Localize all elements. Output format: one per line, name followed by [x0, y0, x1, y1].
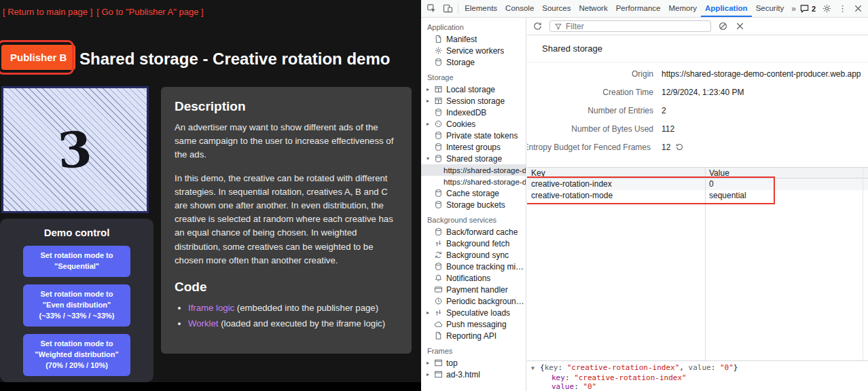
rotation-sequential-button[interactable]: Set rotation mode to "Sequential" — [23, 246, 130, 277]
sidebar-item-shared-storage-origin-1[interactable]: https://shared-storage-d… — [421, 164, 526, 176]
page-title: Shared storage - Creative rotation demo — [79, 50, 390, 69]
preview-summary-line: ▼{key: "creative-rotation-index", value:… — [531, 363, 868, 373]
rotation-even-distribution-button[interactable]: Set rotation mode to "Even distribution"… — [23, 284, 130, 327]
sidebar-item-session-storage[interactable]: ▸Session storage — [421, 95, 526, 107]
expander-icon[interactable]: ▸ — [427, 371, 434, 377]
expander-icon[interactable]: ▸ — [427, 98, 434, 104]
sidebar-item-periodic-background-sync[interactable]: Periodic background s… — [421, 295, 526, 307]
column-header-value[interactable]: Value — [705, 168, 868, 179]
table-row[interactable]: creative-rotation-mode sequential — [527, 190, 868, 202]
sidebar-item-label: Periodic background s… — [446, 297, 526, 306]
code-item-text: (embedded into the publisher page) — [234, 303, 378, 313]
list-item: Worklet (loaded and executed by the ifra… — [188, 317, 398, 331]
expand-toggle-icon[interactable]: ▼ — [531, 364, 540, 373]
rotation-weighted-distribution-button[interactable]: Set rotation mode to "Weighted distribut… — [23, 334, 130, 376]
expander-icon[interactable]: ▾ — [427, 155, 434, 162]
sidebar-item-background-fetch[interactable]: Background fetch — [421, 238, 526, 249]
table-row[interactable]: creative-rotation-index 0 — [527, 179, 868, 190]
sidebar-item-local-storage[interactable]: ▸Local storage — [421, 83, 526, 95]
filter-input[interactable] — [566, 22, 706, 31]
table-icon — [434, 85, 443, 94]
tab-console[interactable]: Console — [501, 0, 538, 17]
sidebar-item-label: Storage buckets — [446, 200, 505, 210]
more-menu-icon[interactable]: ⋮ — [838, 4, 847, 13]
sidebar-item-storage-buckets[interactable]: Storage buckets — [421, 199, 526, 210]
return-main-link[interactable]: [ Return to main page ] — [3, 7, 92, 17]
meta-value: 12/9/2024, 1:23:40 PM — [662, 88, 868, 97]
shared-storage-toolbar — [527, 18, 868, 35]
devtools-panel: Elements Console Sources Network Perform… — [421, 0, 868, 391]
table-icon — [434, 96, 443, 105]
clear-icon[interactable] — [735, 21, 745, 31]
sidebar-item-label: Speculative loads — [446, 308, 510, 318]
sidebar-item-interest-groups[interactable]: Interest groups — [421, 141, 526, 153]
tab-security[interactable]: Security — [752, 0, 789, 17]
sidebar-item-label: Interest groups — [446, 143, 501, 152]
database-icon — [434, 227, 443, 236]
expander-icon[interactable]: ▸ — [427, 310, 434, 316]
sidebar-item-bounce-tracking[interactable]: Bounce tracking mitiga… — [421, 261, 526, 272]
iframe-logic-link[interactable]: Iframe logic — [188, 303, 234, 313]
demo-control-title: Demo control — [0, 219, 153, 238]
settings-gear-icon[interactable] — [822, 3, 832, 14]
sidebar-item-manifest[interactable]: Manifest — [421, 33, 526, 45]
bell-icon — [434, 274, 443, 282]
expander-icon[interactable]: ▸ — [427, 121, 434, 127]
sidebar-item-cookies[interactable]: ▸Cookies — [421, 118, 526, 130]
database-icon — [434, 200, 443, 209]
sidebar-item-private-state-tokens[interactable]: Private state tokens — [421, 130, 526, 141]
manifest-doc-icon — [434, 35, 443, 43]
ad-creative-frame: 3 — [1, 86, 149, 213]
publisher-page: [ Return to main page ] [ Go to "Publish… — [0, 0, 421, 391]
sidebar-item-background-sync[interactable]: Background sync — [421, 249, 526, 261]
list-item: Iframe logic (embedded into the publishe… — [188, 301, 398, 315]
table-header: Key Value — [527, 167, 868, 179]
sidebar-item-label: Bounce tracking mitiga… — [446, 262, 526, 272]
sidebar-item-frame-ad3[interactable]: ▸ad-3.html — [421, 369, 526, 380]
tab-application[interactable]: Application — [701, 0, 752, 17]
speculative-loads-icon — [434, 308, 443, 317]
tab-sources[interactable]: Sources — [538, 0, 575, 17]
publisher-a-link[interactable]: [ Go to "Publisher A" page ] — [96, 7, 203, 17]
top-links: [ Return to main page ] [ Go to "Publish… — [3, 7, 204, 17]
tab-memory[interactable]: Memory — [665, 0, 702, 17]
column-header-key[interactable]: Key — [527, 168, 705, 179]
publisher-b-button[interactable]: Publisher B — [1, 45, 75, 70]
expander-icon[interactable]: ▸ — [427, 86, 434, 92]
prop-value: "creative-rotation-index" — [567, 363, 680, 372]
tab-network[interactable]: Network — [575, 0, 611, 17]
sidebar-item-cache-storage[interactable]: Cache storage — [421, 187, 526, 199]
brace: } — [734, 363, 738, 372]
tabbar-actions: 2 ⋮ — [799, 3, 868, 14]
close-devtools-icon[interactable] — [853, 3, 863, 14]
sidebar-item-speculative-loads[interactable]: ▸Speculative loads — [421, 307, 526, 318]
sidebar-item-indexeddb[interactable]: IndexedDB — [421, 107, 526, 118]
device-toolbar-icon[interactable] — [440, 0, 456, 18]
sidebar-item-label: Background fetch — [446, 239, 509, 248]
inspect-element-icon[interactable] — [424, 0, 440, 18]
sidebar-item-storage[interactable]: Storage — [421, 56, 526, 68]
sidebar-item-notifications[interactable]: Notifications — [421, 272, 526, 284]
tab-performance[interactable]: Performance — [612, 0, 665, 17]
sidebar-item-frame-top[interactable]: ▸top — [421, 357, 526, 369]
sidebar-item-shared-storage-origin-2[interactable]: https://shared-storage-d… — [421, 176, 526, 187]
cell-value: sequential — [705, 190, 868, 202]
worklet-link[interactable]: Worklet — [188, 318, 218, 329]
tab-elements[interactable]: Elements — [460, 0, 501, 17]
sidebar-item-reporting-api[interactable]: Reporting API — [421, 330, 526, 341]
sidebar-item-service-workers[interactable]: Service workers — [421, 45, 526, 56]
sidebar-item-back-forward-cache[interactable]: Back/forward cache — [421, 226, 526, 238]
expander-icon[interactable]: ▸ — [427, 360, 434, 366]
clear-all-icon[interactable] — [718, 21, 728, 31]
issues-count-button[interactable]: 2 — [799, 3, 816, 14]
more-tabs-chevron[interactable]: » — [788, 4, 799, 14]
separator: : — [574, 382, 583, 391]
reset-budget-icon[interactable] — [675, 143, 684, 151]
sidebar-item-payment-handler[interactable]: Payment handler — [421, 284, 526, 295]
code-list: Iframe logic (embedded into the publishe… — [188, 301, 398, 331]
sidebar-item-push-messaging[interactable]: Push messaging — [421, 318, 526, 330]
cloud-icon — [434, 320, 443, 329]
refresh-icon[interactable] — [532, 21, 543, 31]
meta-value: 12 — [662, 143, 868, 152]
sidebar-item-shared-storage[interactable]: ▾Shared storage — [421, 153, 526, 164]
